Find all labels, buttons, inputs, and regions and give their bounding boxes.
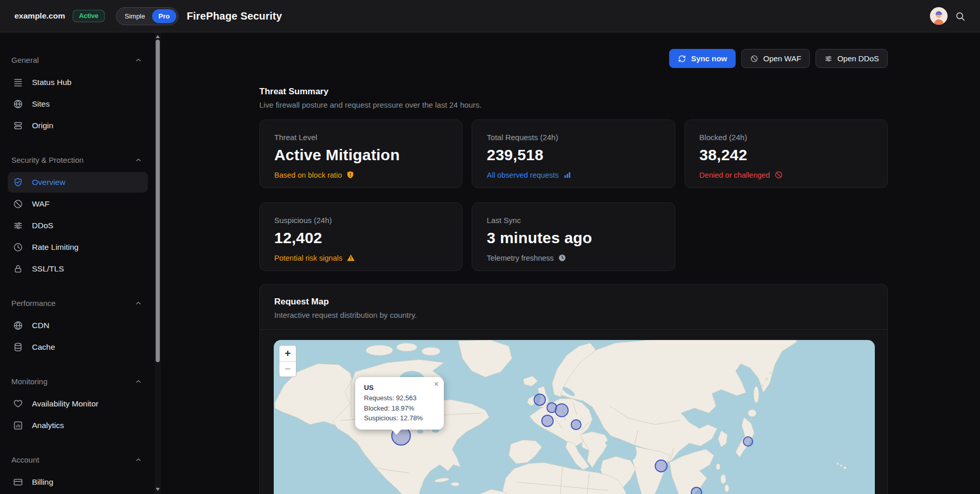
map-popup: × US Requests: 92,563 Blocked: 18.97% Su… <box>355 377 444 430</box>
user-avatar[interactable] <box>930 7 948 25</box>
card-value: 38,242 <box>700 146 873 164</box>
sidebar-section-header-account[interactable]: Account <box>0 455 155 465</box>
sidebar-item-analytics[interactable]: Analytics <box>8 415 148 436</box>
sidebar-section-header-security[interactable]: Security & Protection <box>0 156 155 165</box>
sidebar-section-performance: Performance CDN Cache <box>0 299 155 357</box>
open-waf-label: Open WAF <box>763 54 801 63</box>
map-marker-uk[interactable] <box>534 394 546 406</box>
mode-toggle[interactable]: Simple Pro <box>116 7 178 25</box>
popup-blocked: Blocked: 18.97% <box>364 403 436 414</box>
map-marker-balkans[interactable] <box>571 419 582 430</box>
chevron-up-icon <box>135 299 142 307</box>
sidebar-item-label: Availability Monitor <box>32 399 98 408</box>
request-map-title: Request Map <box>274 297 873 307</box>
main-content: Sync now Open WAF Open DDoS Threat Summa… <box>161 32 980 494</box>
sidebar-item-cdn[interactable]: CDN <box>8 315 148 336</box>
avatar-illustration <box>930 7 948 25</box>
map-marker-japan[interactable] <box>743 436 753 447</box>
card-note-text: All observed requests <box>487 171 558 179</box>
map-marker-india[interactable] <box>655 459 668 472</box>
topbar: example.com Active Simple Pro FirePhage … <box>0 0 980 32</box>
sliders-icon <box>13 220 23 231</box>
sidebar-item-label: Sites <box>32 99 49 109</box>
card-suspicious: Suspicious (24h) 12,402 Potential risk s… <box>259 202 462 271</box>
card-threat-level: Threat Level Active Mitigation Based on … <box>259 120 462 188</box>
sidebar-section-header-monitoring[interactable]: Monitoring <box>0 377 155 386</box>
sidebar-section-header-performance[interactable]: Performance <box>0 299 155 308</box>
popup-close-icon[interactable]: × <box>434 380 439 388</box>
popup-tail <box>391 429 402 435</box>
bar-chart-icon <box>563 171 572 179</box>
section-label: Account <box>11 455 39 464</box>
toolbar: Sync now Open WAF Open DDoS <box>259 49 888 68</box>
warning-triangle-icon <box>346 253 355 262</box>
chevron-up-icon <box>135 156 142 164</box>
sync-now-button[interactable]: Sync now <box>669 49 736 68</box>
scrollbar-thumb[interactable] <box>156 40 160 362</box>
map-marker-france[interactable] <box>541 415 554 427</box>
heart-icon <box>13 399 23 409</box>
card-total-requests: Total Requests (24h) 239,518 All observe… <box>472 120 675 188</box>
credit-card-icon <box>13 477 23 487</box>
map-marker-germany[interactable] <box>555 403 569 417</box>
server-icon <box>13 121 23 131</box>
request-map-card: Request Map Interactive request distribu… <box>259 284 888 494</box>
sidebar-item-availability-monitor[interactable]: Availability Monitor <box>8 394 148 414</box>
sidebar-item-label: Rate Limiting <box>32 243 78 252</box>
section-label: Monitoring <box>11 377 47 386</box>
sidebar-item-label: Analytics <box>32 421 64 430</box>
sidebar: General Status Hub Sites Origin Security… <box>0 32 155 494</box>
shield-alert-icon <box>346 171 355 179</box>
threat-summary-header: Threat Summary Live firewall posture and… <box>259 87 888 109</box>
card-note: Potential risk signals <box>274 253 447 262</box>
sidebar-item-billing[interactable]: Billing <box>8 472 148 492</box>
zoom-in-button[interactable]: + <box>279 346 296 361</box>
sidebar-section-account: Account Billing <box>0 455 155 492</box>
toggle-simple[interactable]: Simple <box>118 9 152 23</box>
sidebar-item-cache[interactable]: Cache <box>8 337 148 357</box>
sidebar-item-status-hub[interactable]: Status Hub <box>8 72 148 93</box>
open-ddos-button[interactable]: Open DDoS <box>816 49 888 68</box>
sidebar-item-label: CDN <box>32 321 49 330</box>
scroll-up-arrow[interactable] <box>155 33 161 40</box>
sidebar-scrollbar[interactable] <box>155 32 161 494</box>
card-value: 3 minutes ago <box>487 229 660 247</box>
sidebar-item-rate-limiting[interactable]: Rate Limiting <box>8 237 148 258</box>
sidebar-item-origin[interactable]: Origin <box>8 115 148 136</box>
card-label: Last Sync <box>487 216 660 225</box>
sidebar-item-ddos[interactable]: DDoS <box>8 215 148 236</box>
app-title: FirePhage Security <box>187 10 282 22</box>
card-note: Based on block ratio <box>274 171 447 179</box>
sidebar-item-sites[interactable]: Sites <box>8 94 148 114</box>
popup-requests: Requests: 92,563 <box>364 393 436 403</box>
sidebar-item-label: Origin <box>32 121 53 130</box>
open-waf-button[interactable]: Open WAF <box>741 49 810 68</box>
ban-icon <box>13 199 23 209</box>
card-label: Total Requests (24h) <box>487 133 660 142</box>
summary-cards: Threat Level Active Mitigation Based on … <box>259 120 888 271</box>
sidebar-item-overview[interactable]: Overview <box>8 172 148 193</box>
scroll-down-arrow[interactable] <box>155 486 161 492</box>
refresh-icon <box>678 55 686 63</box>
sidebar-item-label: Cache <box>32 343 55 352</box>
lock-icon <box>13 264 23 274</box>
request-map-header: Request Map Interactive request distribu… <box>260 284 887 330</box>
sync-now-label: Sync now <box>691 54 727 63</box>
chevron-up-icon <box>135 456 142 464</box>
sidebar-section-header-general[interactable]: General <box>0 56 155 65</box>
world-map[interactable]: + − × US Requests: 92,563 Blocked: 18.97… <box>274 340 875 494</box>
card-note-text: Based on block ratio <box>274 171 342 179</box>
search-icon[interactable] <box>955 11 966 22</box>
sidebar-item-label: Status Hub <box>32 78 72 87</box>
bar-chart-square-icon <box>13 420 23 431</box>
popup-country: US <box>364 384 436 391</box>
card-label: Blocked (24h) <box>700 133 873 142</box>
toggle-pro[interactable]: Pro <box>152 9 177 23</box>
map-marker-singapore[interactable] <box>691 487 702 494</box>
zoom-out-button[interactable]: − <box>279 361 296 377</box>
sidebar-item-waf[interactable]: WAF <box>8 194 148 214</box>
card-note-text: Denied or challenged <box>700 171 770 179</box>
threat-summary-subtitle: Live firewall posture and request pressu… <box>259 100 888 109</box>
sidebar-item-ssl-tls[interactable]: SSL/TLS <box>8 259 148 279</box>
section-label: Performance <box>11 299 56 308</box>
